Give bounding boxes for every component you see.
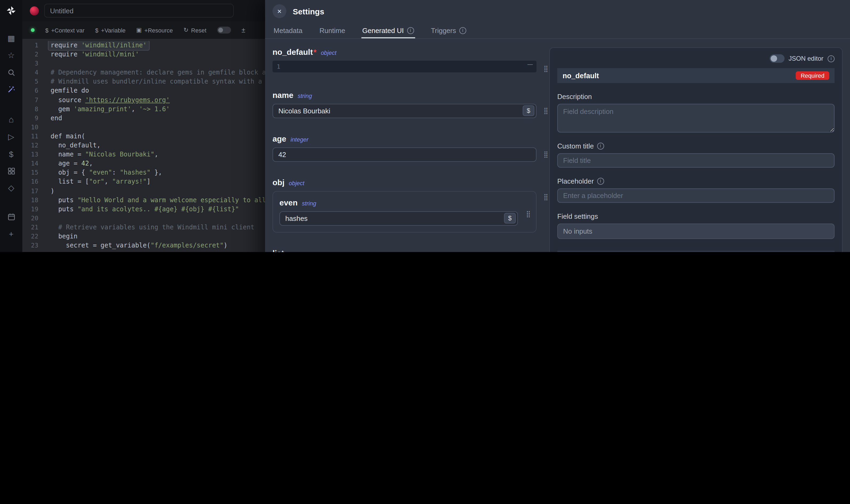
windmill-logo-icon[interactable] <box>5 4 18 17</box>
code-line[interactable]: require 'windmill/inline' <box>49 41 149 50</box>
selected-field-row[interactable]: no_default Required <box>557 68 835 83</box>
info-icon[interactable]: i <box>828 55 835 62</box>
diff-toggle[interactable] <box>217 26 231 34</box>
line-number: 21 <box>22 223 38 232</box>
run-icon[interactable]: ▷ <box>4 129 19 144</box>
add-icon[interactable]: + <box>4 226 19 241</box>
json-editor-toggle-row: JSON editor i <box>557 54 835 63</box>
field-settings-value: No inputs <box>557 223 835 239</box>
home-icon[interactable]: ⌂ <box>4 112 19 127</box>
field-obj: obj object even string $ <box>272 178 537 233</box>
drag-handle-icon[interactable]: ⣿ <box>543 108 548 114</box>
tab-generated-ui[interactable]: Generated UI i <box>361 22 415 38</box>
line-number: 22 <box>22 232 38 241</box>
placeholder-input[interactable] <box>557 188 835 203</box>
line-number: 8 <box>22 105 38 114</box>
description-textarea[interactable] <box>557 104 835 132</box>
info-icon[interactable]: i <box>459 27 466 34</box>
no-default-json-input[interactable]: 1 — <box>272 61 537 72</box>
name-input[interactable] <box>272 104 537 118</box>
line-number: 13 <box>22 150 38 159</box>
fold-icon[interactable]: — <box>527 61 533 67</box>
object-subfields: even string $ ⣿ <box>272 191 537 233</box>
line-number: 3 <box>22 59 38 68</box>
add-context-var-button[interactable]: $ +Context var <box>45 27 85 33</box>
field-label: even <box>279 198 297 207</box>
info-icon[interactable]: i <box>407 27 414 34</box>
app: ▦ ☆ ⌂ ▷ $ ◇ + ⚙ ≡ <box>0 0 850 252</box>
required-asterisk: * <box>313 47 317 56</box>
sidebar: ▦ ☆ ⌂ ▷ $ ◇ + ⚙ ≡ <box>0 0 22 252</box>
field-type: object <box>289 180 305 186</box>
schema-row-name[interactable]: name <box>557 251 835 252</box>
line-number: 7 <box>22 95 38 105</box>
reset-button[interactable]: ↻ Reset <box>184 26 206 34</box>
field-type: object <box>321 50 337 56</box>
field-even: even string $ ⣿ <box>279 198 529 226</box>
tab-metadata[interactable]: Metadata <box>272 22 303 38</box>
drag-handle-icon[interactable]: ⣿ <box>526 211 531 217</box>
description-label: Description <box>557 93 835 101</box>
drag-handle-icon[interactable]: ⣿ <box>543 151 548 158</box>
magic-wand-icon[interactable] <box>4 82 19 97</box>
schedules-icon[interactable] <box>4 209 19 224</box>
field-label: no_default* <box>272 47 317 56</box>
line-number: 6 <box>22 87 38 95</box>
resources-icon[interactable]: ◇ <box>4 180 19 195</box>
line-number: 23 <box>22 241 38 250</box>
add-resource-button[interactable]: ▣ +Resource <box>136 26 173 34</box>
close-icon[interactable]: × <box>272 4 286 18</box>
insert-variable-icon[interactable]: $ <box>523 105 535 116</box>
info-icon[interactable]: i <box>597 143 604 149</box>
field-age: age integer ⣿ <box>272 134 537 162</box>
line-number: 17 <box>22 186 38 196</box>
ruby-language-icon <box>30 6 39 15</box>
mini-editor-line-number: 1 <box>277 63 280 70</box>
star-icon[interactable]: ☆ <box>4 48 19 63</box>
line-number: 11 <box>22 132 38 141</box>
generated-ui-body: no_default* object 1 — ⣿ name string <box>265 39 850 252</box>
drawer-title: Settings <box>293 7 324 16</box>
drag-handle-icon[interactable]: ⣿ <box>543 194 548 200</box>
variables-icon[interactable]: $ <box>4 146 19 161</box>
line-number: 24 <box>22 250 38 252</box>
tab-runtime[interactable]: Runtime <box>318 22 346 38</box>
script-title-input[interactable]: Untitled <box>44 4 234 18</box>
insert-variable-icon[interactable]: $ <box>504 213 516 223</box>
field-label: obj <box>272 178 285 187</box>
field-no-default: no_default* object 1 — ⣿ <box>272 47 537 72</box>
drawer-header: × Settings <box>265 0 850 22</box>
add-variable-button[interactable]: $ +Variable <box>95 27 126 33</box>
line-number: 2 <box>22 50 38 59</box>
line-number: 5 <box>22 77 38 87</box>
field-settings-label: Field settings <box>557 212 835 220</box>
settings-tabs: Metadata Runtime Generated UI i Triggers… <box>265 22 850 39</box>
drag-handle-icon[interactable]: ⣿ <box>543 66 548 72</box>
field-list: list array × json × + A <box>272 249 537 252</box>
tab-triggers[interactable]: Triggers i <box>430 22 467 38</box>
search-icon[interactable] <box>4 65 19 80</box>
panel-icon[interactable]: ▦ <box>4 31 19 46</box>
custom-title-input[interactable] <box>557 153 835 168</box>
line-number: 15 <box>22 168 38 178</box>
reset-icon: ↻ <box>184 26 188 34</box>
required-badge: Required <box>796 71 829 80</box>
field-type: string <box>302 200 316 206</box>
line-number: 1 <box>22 41 38 50</box>
status-dot <box>31 28 35 32</box>
info-icon[interactable]: i <box>597 178 604 185</box>
even-input[interactable] <box>279 211 518 226</box>
line-number: 10 <box>22 123 38 132</box>
line-number: 9 <box>22 114 38 123</box>
plus-minus-label: ± <box>242 26 246 34</box>
line-number: 14 <box>22 159 38 168</box>
custom-title-label: Custom title i <box>557 142 835 150</box>
field-label: age <box>272 134 286 143</box>
field-type: array <box>288 251 302 252</box>
apps-icon[interactable] <box>4 163 19 178</box>
schema-form: no_default* object 1 — ⣿ name string <box>272 47 537 252</box>
line-number: 18 <box>22 196 38 205</box>
line-number: 4 <box>22 68 38 77</box>
age-input[interactable] <box>272 147 537 162</box>
json-editor-toggle[interactable] <box>770 54 784 63</box>
